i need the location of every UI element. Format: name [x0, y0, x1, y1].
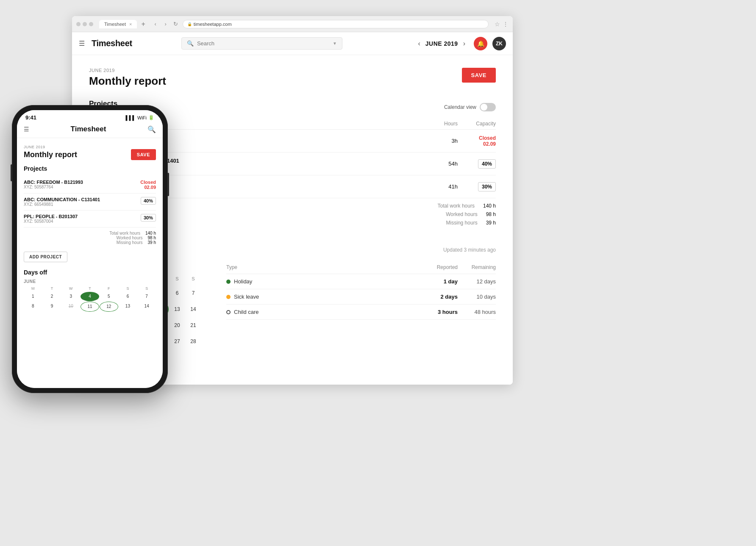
capacity-closed-label: Closed	[458, 135, 496, 141]
phone-report-title: Monthly report	[24, 150, 77, 159]
search-dropdown-icon[interactable]: ▼	[333, 41, 337, 46]
phone-cal-11-sick[interactable]: 11	[81, 302, 99, 312]
phone-time: 9:41	[25, 114, 36, 121]
phone-total-val: 140 h	[145, 231, 156, 236]
next-month-button[interactable]: ›	[463, 40, 465, 47]
capacity-badge: 40%	[478, 159, 496, 169]
phone-cal-12-sick[interactable]: 12	[100, 302, 118, 312]
legend-remaining-header: Remaining	[458, 264, 496, 270]
cal-day-20[interactable]: 20	[170, 318, 185, 333]
cal-header-S1: S	[170, 273, 185, 285]
phone-status-icons: ▌▌▌ WiFi 🔋	[126, 115, 154, 120]
phone-cal-6[interactable]: 6	[119, 292, 137, 301]
minimize-dot[interactable]	[83, 22, 87, 26]
list-item: Sick leave 2 days 10 days	[226, 289, 496, 305]
phone-cal-8[interactable]: 8	[24, 302, 42, 312]
cal-day-27[interactable]: 27	[170, 334, 185, 349]
cal-day-13[interactable]: 13	[170, 302, 185, 317]
browser-tab[interactable]: Timesheet ×	[99, 20, 137, 28]
phone-cal-9[interactable]: 9	[43, 302, 61, 312]
phone-worked-val: 98 h	[148, 236, 156, 240]
phone-cal-14[interactable]: 14	[137, 302, 156, 312]
legend-reported-header: Reported	[420, 264, 458, 270]
prev-month-button[interactable]: ‹	[418, 40, 420, 47]
report-title: Monthly report	[89, 75, 166, 88]
cal-day-28[interactable]: 28	[186, 334, 201, 349]
phone-search-icon[interactable]: 🔍	[147, 125, 156, 133]
phone-cal-2[interactable]: 2	[43, 292, 61, 301]
phone-save-button[interactable]: SAVE	[131, 149, 156, 160]
wifi-icon: WiFi	[137, 115, 147, 120]
missing-hours-value: 39 h	[486, 220, 496, 226]
report-period: JUNE 2019	[89, 68, 166, 73]
close-dot[interactable]	[76, 22, 81, 26]
phone-days-off-title: Days off	[24, 269, 156, 276]
phone-app-header: ☰ Timesheet 🔍	[17, 122, 163, 138]
calendar-view-label: Calendar view	[444, 104, 476, 110]
app-header: ☰ Timesheet 🔍 ▼ ‹ JUNE 2019 › 🔔 ZK	[72, 32, 513, 55]
capacity-closed-date: 02.09	[458, 141, 496, 147]
cal-day-7[interactable]: 7	[186, 285, 201, 301]
browser-menu-icon[interactable]: ⋮	[503, 21, 509, 28]
hamburger-menu-icon[interactable]: ☰	[79, 39, 85, 47]
phone-project-id: XYZ: 50587004	[24, 219, 78, 224]
cal-day-21[interactable]: 21	[186, 318, 201, 333]
phone-side-button-right	[168, 173, 169, 196]
phone-cal-5[interactable]: 5	[100, 292, 118, 301]
phone-cal-header-F: F	[100, 285, 118, 291]
phone-project-id: XYZ: 66549881	[24, 202, 100, 207]
phone-cal-7[interactable]: 7	[137, 292, 156, 301]
project-capacity: 40%	[458, 159, 496, 169]
search-input[interactable]	[197, 40, 329, 47]
browser-chrome: Timesheet × + ‹ › ↻ 🔒 timesheetapp.com ☆…	[72, 16, 513, 32]
tab-title: Timesheet	[104, 22, 126, 27]
app-title: Timesheet	[92, 39, 132, 48]
total-work-hours-label: Total work hours	[438, 203, 475, 209]
maximize-dot[interactable]	[89, 22, 93, 26]
phone-cal-13[interactable]: 13	[119, 302, 137, 312]
signal-icon: ▌▌▌	[126, 115, 136, 120]
sick-leave-reported: 2 days	[420, 294, 458, 300]
phone-hamburger-icon[interactable]: ☰	[24, 126, 29, 133]
list-item: Holiday 1 day 12 days	[226, 274, 496, 289]
cal-day-14[interactable]: 14	[186, 302, 201, 317]
phone-worked-row: Worked hours 98 h	[24, 236, 156, 240]
save-button[interactable]: SAVE	[462, 68, 496, 83]
phone-cal-1[interactable]: 1	[24, 292, 42, 301]
phone-total-label: Total work hours	[109, 231, 140, 236]
phone-report-header: Monthly report SAVE	[24, 149, 156, 160]
phone-content: JUNE 2019 Monthly report SAVE Projects A…	[17, 138, 163, 378]
avatar[interactable]: ZK	[492, 37, 506, 50]
phone-cal-header-M: M	[24, 285, 42, 291]
child-care-type-name: Child care	[234, 309, 420, 315]
updated-text: Updated 3 minutes ago	[443, 247, 496, 253]
child-care-reported: 3 hours	[420, 309, 458, 315]
url-bar[interactable]: 🔒 timesheetapp.com	[183, 20, 489, 28]
calendar-view-switch[interactable]	[480, 103, 496, 111]
phone-cal-10[interactable]: 10	[61, 302, 80, 312]
nav-refresh-button[interactable]: ↻	[172, 20, 180, 28]
search-bar[interactable]: 🔍 ▼	[181, 37, 342, 50]
phone-missing-label: Missing hours	[117, 240, 143, 245]
nav-forward-button[interactable]: ›	[161, 20, 170, 28]
capacity-badge: 30%	[478, 182, 496, 191]
table-row: ABC: COMMUNICATION - C131401 XYZ: 665498…	[24, 194, 156, 211]
tab-close-icon[interactable]: ×	[129, 22, 132, 27]
holiday-type-name: Holiday	[234, 278, 420, 285]
phone-project-name: ABC: FREEDOM - B121993	[24, 180, 83, 185]
cal-day-6[interactable]: 6	[170, 285, 185, 301]
phone-summary: Total work hours 140 h Worked hours 98 h…	[24, 231, 156, 245]
project-capacity: 30%	[458, 182, 496, 191]
nav-back-button[interactable]: ‹	[151, 20, 160, 28]
tab-add-icon[interactable]: +	[141, 20, 145, 28]
phone-cal-4-holiday[interactable]: 4	[81, 292, 99, 301]
search-icon: 🔍	[187, 40, 194, 47]
calendar-view-toggle[interactable]: Calendar view	[444, 103, 496, 111]
phone-side-button-left	[11, 164, 12, 181]
battery-icon: 🔋	[148, 115, 154, 120]
star-icon[interactable]: ☆	[495, 21, 500, 28]
phone-add-project-button[interactable]: ADD PROJECT	[24, 252, 67, 262]
phone-cal-3[interactable]: 3	[61, 292, 80, 301]
sick-leave-remaining: 10 days	[458, 294, 496, 300]
notification-button[interactable]: 🔔	[474, 37, 487, 50]
